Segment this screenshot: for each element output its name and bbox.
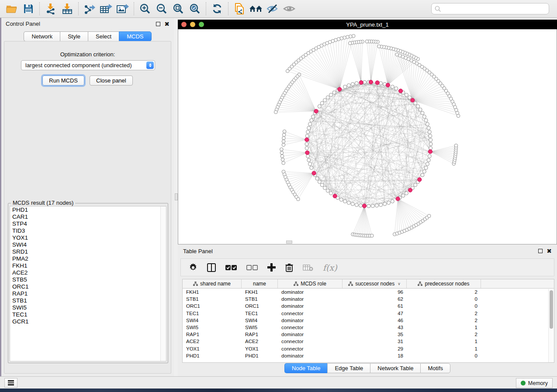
zoom-out-icon[interactable] bbox=[153, 1, 170, 16]
cell-name: ORC1 bbox=[242, 303, 278, 309]
settings-gear-icon[interactable] bbox=[189, 263, 197, 272]
mcds-result-item[interactable]: SWI5 bbox=[10, 304, 166, 311]
mcds-result-item[interactable]: STP4 bbox=[10, 220, 166, 227]
mcds-result-item[interactable]: YOX1 bbox=[10, 234, 166, 241]
table-splitter-handle[interactable] bbox=[286, 241, 292, 244]
column-header-successor-nodes[interactable]: successor nodes∨ bbox=[343, 279, 407, 288]
refresh-icon[interactable] bbox=[209, 1, 225, 16]
add-column-icon[interactable] bbox=[267, 263, 276, 272]
table-scrollbar-thumb[interactable] bbox=[550, 290, 553, 329]
close-panel-button[interactable]: Close panel bbox=[90, 76, 133, 86]
first-neighbors-icon[interactable] bbox=[248, 1, 264, 16]
search-input[interactable] bbox=[443, 4, 549, 14]
mcds-result-item[interactable]: ACE2 bbox=[10, 269, 166, 276]
sort-chevron-icon[interactable]: ∨ bbox=[398, 282, 401, 286]
tab-mcds[interactable]: MCDS bbox=[119, 31, 151, 41]
open-file-icon[interactable] bbox=[3, 1, 20, 16]
hide-selected-icon[interactable] bbox=[264, 1, 281, 16]
network-window-titlebar[interactable]: YPA_prune.txt_1 bbox=[178, 20, 557, 29]
table-scrollbar[interactable] bbox=[548, 289, 554, 363]
import-network-icon[interactable] bbox=[42, 1, 59, 16]
mcds-result-item[interactable]: STB1 bbox=[10, 297, 166, 304]
zoom-in-icon[interactable] bbox=[137, 1, 153, 16]
show-all-icon[interactable] bbox=[281, 1, 298, 16]
zoom-fit-icon[interactable] bbox=[170, 1, 187, 16]
tab-edge-table[interactable]: Edge Table bbox=[327, 363, 370, 373]
table-row[interactable]: SWI5SWI5connector431 bbox=[183, 324, 554, 331]
tab-motifs[interactable]: Motifs bbox=[420, 363, 450, 373]
cell-predecessor_nodes: 0 bbox=[407, 296, 481, 302]
export-table-icon[interactable] bbox=[98, 1, 114, 16]
cell-predecessor_nodes: 2 bbox=[407, 311, 481, 316]
cell-mcds_role: dominator bbox=[278, 303, 343, 309]
mcds-list-scrollbar[interactable] bbox=[160, 206, 166, 361]
run-mcds-button[interactable]: Run MCDS bbox=[42, 76, 84, 86]
import-table-icon[interactable] bbox=[59, 1, 76, 16]
mcds-result-item[interactable]: PMA2 bbox=[10, 255, 166, 262]
mcds-result-item[interactable]: SWI4 bbox=[10, 241, 166, 248]
column-header-MCDS-role[interactable]: MCDS role bbox=[278, 279, 343, 288]
cell-predecessor_nodes: 2 bbox=[407, 332, 481, 337]
delete-column-icon[interactable] bbox=[285, 263, 293, 272]
mcds-panel-body: Optimization criterion: largest connecte… bbox=[4, 41, 171, 374]
search-box[interactable] bbox=[431, 3, 549, 14]
task-history-button[interactable] bbox=[4, 378, 17, 388]
save-icon[interactable] bbox=[20, 1, 37, 16]
table-row[interactable]: STB1STB1dominator620 bbox=[183, 296, 554, 303]
panel-splitter-handle[interactable] bbox=[175, 193, 178, 200]
node-table[interactable]: shared namenameMCDS rolesuccessor nodes∨… bbox=[182, 279, 554, 363]
select-all-checkboxes-icon[interactable] bbox=[225, 265, 237, 271]
table-row[interactable]: PHD1PHD1dominator180 bbox=[183, 352, 554, 359]
tab-node-table[interactable]: Node Table bbox=[284, 363, 328, 373]
tab-network[interactable]: Network bbox=[24, 31, 60, 41]
toolbar-separator bbox=[206, 2, 206, 15]
mcds-result-item[interactable]: CAR1 bbox=[10, 213, 166, 220]
cell-name: TEC1 bbox=[242, 311, 278, 316]
mcds-result-item[interactable]: RAP1 bbox=[10, 290, 166, 297]
close-table-panel-icon[interactable]: ✖ bbox=[547, 249, 552, 253]
mcds-result-title: MCDS result (17 nodes) bbox=[11, 199, 75, 206]
mcds-result-item[interactable]: TID3 bbox=[10, 227, 166, 234]
table-row[interactable]: ACE2ACE2connector311 bbox=[183, 338, 554, 345]
tab-network-table[interactable]: Network Table bbox=[370, 363, 420, 373]
split-columns-icon[interactable] bbox=[207, 263, 216, 272]
mcds-result-item[interactable]: PHD1 bbox=[10, 206, 166, 213]
cell-successor_nodes: 46 bbox=[343, 318, 407, 323]
column-header-shared-name[interactable]: shared name bbox=[183, 279, 242, 288]
mcds-result-item[interactable]: TEC1 bbox=[10, 311, 166, 318]
cell-predecessor_nodes: 1 bbox=[407, 325, 481, 330]
float-table-panel-icon[interactable] bbox=[538, 249, 543, 253]
table-row[interactable]: SWI4SWI4dominator462 bbox=[183, 317, 554, 324]
mcds-result-item[interactable]: SRD1 bbox=[10, 248, 166, 255]
clone-network-icon[interactable] bbox=[231, 1, 248, 16]
cell-successor_nodes: 96 bbox=[343, 289, 407, 295]
mcds-result-list[interactable]: PHD1CAR1STP4TID3YOX1SWI4SRD1PMA2FKH1ACE2… bbox=[10, 206, 166, 361]
export-network-icon[interactable] bbox=[81, 1, 98, 16]
mcds-result-item[interactable]: ORC1 bbox=[10, 283, 166, 290]
mcds-result-fieldset: MCDS result (17 nodes) PHD1CAR1STP4TID3Y… bbox=[8, 203, 168, 363]
mcds-result-item[interactable]: GCR1 bbox=[10, 318, 166, 325]
tab-select[interactable]: Select bbox=[88, 31, 119, 41]
tab-style[interactable]: Style bbox=[60, 31, 88, 41]
memory-button[interactable]: Memory bbox=[516, 378, 553, 388]
cell-predecessor_nodes: 0 bbox=[407, 303, 481, 309]
table-row[interactable]: ORC1ORC1dominator610 bbox=[183, 303, 554, 309]
table-row[interactable]: YOX1YOX1connector291 bbox=[183, 345, 554, 352]
optimization-criterion-select[interactable]: largest connected component (undirected) bbox=[21, 60, 155, 70]
table-row[interactable]: TEC1TEC1connector472 bbox=[183, 310, 554, 317]
mcds-result-item[interactable]: STB5 bbox=[10, 276, 166, 283]
mcds-result-item[interactable]: FKH1 bbox=[10, 262, 166, 269]
zoom-selected-icon[interactable] bbox=[187, 1, 203, 16]
column-header-predecessor-nodes[interactable]: predecessor nodes bbox=[407, 279, 481, 288]
column-header-name[interactable]: name bbox=[242, 279, 278, 288]
cell-successor_nodes: 29 bbox=[343, 346, 407, 351]
deselect-all-checkboxes-icon[interactable] bbox=[246, 265, 258, 271]
float-panel-icon[interactable] bbox=[156, 22, 160, 26]
export-image-icon[interactable] bbox=[114, 1, 131, 16]
control-panel-title: Control Panel bbox=[6, 21, 40, 27]
close-panel-icon[interactable]: ✖ bbox=[164, 22, 170, 26]
network-canvas[interactable] bbox=[178, 29, 557, 244]
cell-mcds_role: dominator bbox=[278, 296, 343, 302]
table-row[interactable]: RAP1RAP1dominator352 bbox=[183, 331, 554, 338]
table-row[interactable]: FKH1FKH1dominator962 bbox=[183, 289, 554, 296]
